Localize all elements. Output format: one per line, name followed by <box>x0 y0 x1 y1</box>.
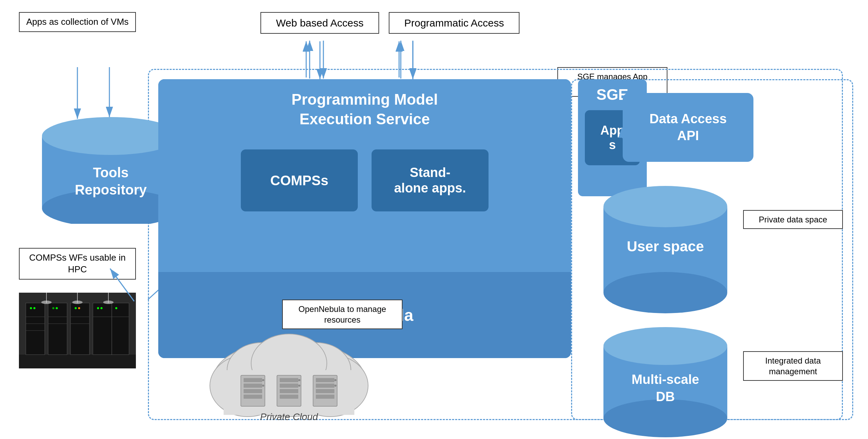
svg-point-70 <box>262 385 264 387</box>
svg-rect-79 <box>316 378 334 382</box>
svg-point-69 <box>262 379 264 381</box>
programming-model-title: Programming ModelExecution Service <box>291 90 438 129</box>
svg-rect-74 <box>280 389 298 393</box>
svg-point-29 <box>78 307 80 309</box>
svg-rect-72 <box>280 378 298 382</box>
compss-box: COMPSs <box>241 149 358 211</box>
svg-rect-67 <box>244 389 262 393</box>
svg-rect-23 <box>112 303 129 355</box>
svg-rect-80 <box>316 384 334 388</box>
svg-point-28 <box>75 307 77 309</box>
svg-rect-21 <box>71 303 89 355</box>
svg-rect-75 <box>280 395 298 399</box>
svg-point-83 <box>334 379 336 381</box>
svg-point-30 <box>97 307 99 309</box>
apps-vms-label: Apps as collection of VMs <box>19 12 136 32</box>
svg-point-32 <box>115 307 117 309</box>
svg-text:Multi-scale: Multi-scale <box>632 372 699 387</box>
integrated-data-label: Integrated datamanagement <box>743 351 843 381</box>
svg-point-25 <box>33 307 35 309</box>
svg-point-45 <box>41 301 52 304</box>
user-space-cylinder: User space <box>597 186 734 317</box>
hpc-image <box>19 293 136 368</box>
svg-point-27 <box>56 307 58 309</box>
svg-point-26 <box>52 307 54 309</box>
svg-rect-73 <box>280 384 298 388</box>
svg-point-53 <box>603 327 727 365</box>
svg-rect-19 <box>26 303 45 355</box>
compss-wfs-label: COMPSs WFs usable inHPC <box>19 248 136 280</box>
svg-point-47 <box>103 301 114 304</box>
svg-point-49 <box>603 186 727 227</box>
svg-point-50 <box>603 272 727 313</box>
svg-rect-68 <box>244 395 262 399</box>
programming-model-box: Programming ModelExecution Service COMPS… <box>158 79 571 272</box>
multi-scale-db-cylinder: Multi-scale DB <box>597 327 734 437</box>
svg-rect-20 <box>48 303 67 355</box>
svg-point-54 <box>603 399 727 437</box>
svg-point-24 <box>30 307 32 309</box>
private-cloud: Private Cloud <box>193 310 385 430</box>
svg-text:DB: DB <box>656 389 675 404</box>
svg-point-46 <box>72 301 83 304</box>
svg-point-31 <box>100 307 103 309</box>
svg-point-76 <box>298 379 300 381</box>
svg-rect-66 <box>244 384 262 388</box>
svg-text:Repository: Repository <box>75 182 147 197</box>
programmatic-access-label: Programmatic Access <box>389 12 519 34</box>
svg-text:User space: User space <box>627 238 704 254</box>
diagram: Apps as collection of VMs Web based Acce… <box>0 0 868 439</box>
svg-rect-65 <box>244 378 262 382</box>
svg-rect-81 <box>316 389 334 393</box>
svg-point-84 <box>334 385 336 387</box>
svg-point-77 <box>298 385 300 387</box>
web-access-label: Web based Access <box>260 12 379 34</box>
svg-text:Private Cloud: Private Cloud <box>260 411 319 422</box>
data-access-api-box: Data AccessAPI <box>623 93 753 162</box>
svg-text:Tools: Tools <box>93 165 129 180</box>
svg-rect-82 <box>316 395 334 399</box>
svg-rect-22 <box>93 303 112 355</box>
svg-rect-18 <box>19 355 136 368</box>
private-data-space-label: Private data space <box>743 210 843 229</box>
standalone-box: Stand-alone apps. <box>372 149 489 211</box>
